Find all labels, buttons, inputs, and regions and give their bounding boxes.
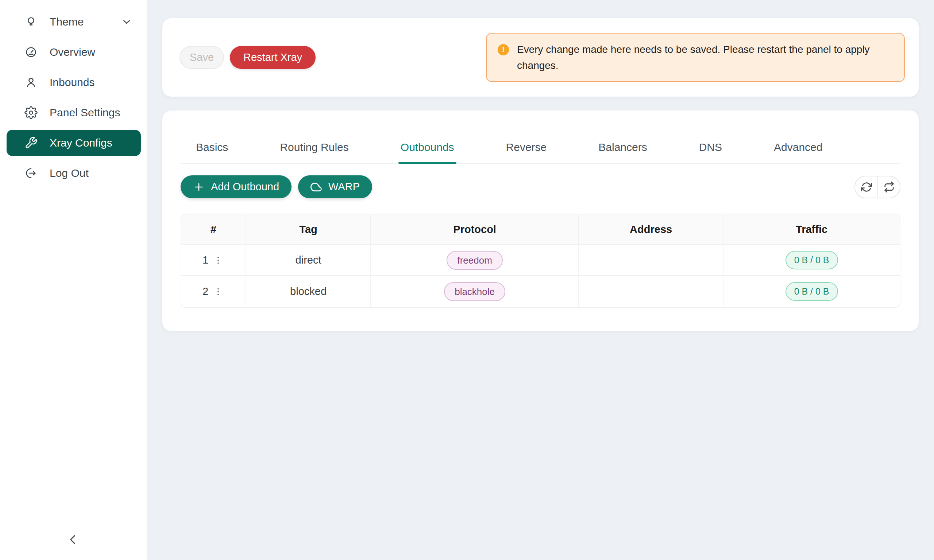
table-header-row: # Tag Protocol Address Traffic [181, 214, 900, 245]
repeat-icon [884, 182, 895, 192]
row-number: 1 [202, 254, 208, 266]
gear-icon [25, 106, 38, 119]
traffic-badge: 0 B / 0 B [786, 282, 838, 301]
sidebar-item-label: Log Out [49, 167, 89, 179]
logout-icon [25, 167, 38, 180]
header-tag: Tag [246, 214, 371, 245]
plus-icon [193, 181, 205, 193]
sidebar-item-label: Inbounds [49, 76, 94, 89]
sidebar: Theme Overview Inbounds Panel Settings [0, 0, 148, 560]
add-outbound-label: Add Outbound [211, 181, 279, 193]
sidebar-nav: Theme Overview Inbounds Panel Settings [0, 9, 147, 186]
row-number: 2 [202, 285, 208, 297]
warp-button[interactable]: WARP [298, 175, 372, 198]
tag-cell: direct [246, 245, 371, 276]
table-row: 1 direct freedom 0 B / 0 B [181, 245, 900, 276]
kebab-menu-icon [213, 287, 223, 296]
row-menu-button[interactable] [212, 254, 224, 266]
sidebar-item-overview[interactable]: Overview [6, 39, 141, 65]
header-traffic: Traffic [723, 214, 900, 245]
sidebar-item-log-out[interactable]: Log Out [6, 160, 141, 186]
protocol-badge: blackhole [444, 282, 505, 301]
sidebar-collapse-button[interactable] [64, 532, 82, 549]
outbounds-toolbar: Add Outbound WARP [180, 175, 900, 198]
xray-config-card: Basics Routing Rules Outbounds Reverse B… [162, 111, 919, 331]
sidebar-item-xray-configs[interactable]: Xray Configs [6, 130, 141, 156]
protocol-badge: freedom [447, 251, 502, 270]
restart-xray-button[interactable]: Restart Xray [230, 46, 316, 69]
sidebar-item-label: Theme [49, 16, 83, 28]
tab-routing-rules[interactable]: Routing Rules [277, 141, 351, 163]
add-outbound-button[interactable]: Add Outbound [180, 175, 291, 198]
refresh-icon [861, 182, 872, 192]
config-tabs: Basics Routing Rules Outbounds Reverse B… [180, 111, 900, 164]
tab-outbounds[interactable]: Outbounds [398, 141, 456, 163]
restart-warning-alert: ! Every change made here needs to be sav… [486, 33, 905, 82]
tab-advanced[interactable]: Advanced [772, 141, 825, 163]
chevron-left-icon [67, 533, 79, 547]
outbounds-table: # Tag Protocol Address Traffic 1 [180, 214, 900, 308]
alert-message: Every change made here needs to be saved… [517, 42, 889, 73]
sidebar-item-panel-settings[interactable]: Panel Settings [6, 100, 141, 126]
gauge-icon [25, 46, 38, 59]
address-cell [579, 245, 723, 276]
sidebar-item-label: Xray Configs [49, 137, 113, 149]
table-row: 2 blocked blackhole 0 B / 0 B [181, 276, 900, 307]
save-button[interactable]: Save [179, 46, 224, 69]
header-address: Address [579, 214, 723, 245]
tab-reverse[interactable]: Reverse [504, 141, 549, 163]
tab-balancers[interactable]: Balancers [596, 141, 649, 163]
header-number: # [181, 214, 246, 245]
warp-label: WARP [328, 181, 360, 193]
tag-cell: blocked [246, 276, 371, 307]
sidebar-item-theme[interactable]: Theme [6, 9, 141, 35]
actions-card: Save Restart Xray ! Every change made he… [162, 18, 919, 97]
row-menu-button[interactable] [212, 285, 224, 298]
table-actions-group [854, 176, 900, 198]
cloud-icon [310, 181, 322, 193]
lightbulb-icon [25, 15, 38, 28]
tab-dns[interactable]: DNS [697, 141, 724, 163]
refresh-button[interactable] [855, 177, 877, 198]
warning-icon: ! [498, 44, 509, 55]
address-cell [579, 276, 723, 307]
chevron-down-icon [121, 16, 132, 27]
traffic-badge: 0 B / 0 B [786, 251, 838, 269]
sidebar-item-label: Overview [49, 46, 95, 58]
content-area: Save Restart Xray ! Every change made he… [148, 0, 934, 560]
header-protocol: Protocol [371, 214, 579, 245]
wrench-icon [25, 136, 38, 149]
sidebar-item-label: Panel Settings [49, 106, 120, 119]
reset-traffic-button[interactable] [877, 177, 900, 198]
kebab-menu-icon [213, 255, 223, 265]
user-icon [25, 76, 38, 89]
tab-basics[interactable]: Basics [194, 141, 230, 163]
sidebar-item-inbounds[interactable]: Inbounds [6, 69, 141, 95]
